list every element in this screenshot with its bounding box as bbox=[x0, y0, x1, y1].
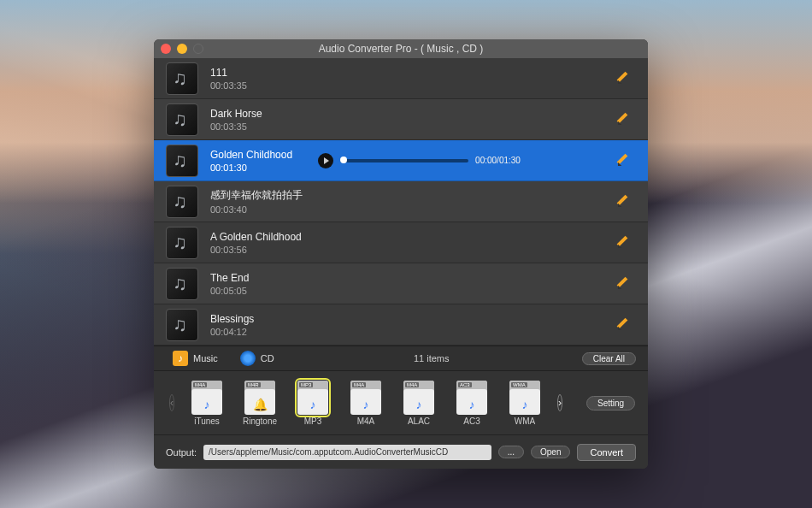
convert-button[interactable]: Convert bbox=[577, 444, 636, 461]
cd-icon bbox=[240, 351, 256, 366]
titlebar: Audio Converter Pro - ( Music , CD ) bbox=[154, 39, 648, 58]
format-option-ac3[interactable]: AC3 ♪ AC3 bbox=[451, 381, 492, 426]
track-name: Golden Childhood bbox=[210, 149, 292, 161]
tab-cd[interactable]: CD bbox=[233, 349, 281, 368]
track-row[interactable]: Golden Childhood 00:01:30 00:00/01:30 bbox=[154, 140, 648, 181]
output-path-field[interactable] bbox=[203, 445, 491, 460]
track-thumbnail bbox=[166, 268, 198, 300]
track-name: The End bbox=[210, 272, 249, 284]
music-note-icon bbox=[173, 192, 191, 211]
close-button[interactable] bbox=[161, 44, 171, 54]
format-badge: M4A bbox=[405, 382, 419, 387]
setting-button[interactable]: Setting bbox=[586, 396, 635, 411]
music-note-icon bbox=[173, 316, 191, 334]
open-button[interactable]: Open bbox=[531, 446, 570, 458]
format-badge: AC3 bbox=[458, 382, 472, 387]
edit-button[interactable] bbox=[615, 276, 631, 292]
track-row[interactable]: 111 00:03:35 bbox=[154, 58, 648, 99]
edit-button[interactable] bbox=[615, 112, 631, 127]
seek-bar[interactable] bbox=[340, 159, 468, 162]
edit-button[interactable] bbox=[615, 235, 631, 251]
format-glyph-icon: ♪ bbox=[204, 398, 210, 411]
window-title: Audio Converter Pro - ( Music , CD ) bbox=[154, 43, 648, 55]
track-thumbnail bbox=[166, 145, 198, 177]
seek-time: 00:00/01:30 bbox=[475, 156, 521, 165]
format-glyph-icon: ♪ bbox=[416, 398, 422, 411]
clear-all-button[interactable]: Clear All bbox=[582, 352, 636, 365]
format-label: WMA bbox=[515, 416, 535, 426]
track-name: A Golden Childhood bbox=[210, 231, 302, 243]
format-option-itunes[interactable]: M4A ♪ iTunes bbox=[186, 381, 227, 426]
play-button[interactable] bbox=[318, 153, 333, 168]
music-note-icon bbox=[173, 69, 191, 88]
format-picker: ‹ M4A ♪ iTunes M4R 🔔 Ringtone MP3 ♪ MP3 … bbox=[154, 371, 648, 434]
track-row[interactable]: 感到幸福你就拍拍手 00:03:40 bbox=[154, 181, 648, 222]
music-note-icon bbox=[173, 233, 191, 252]
track-duration: 00:04:12 bbox=[210, 327, 254, 337]
music-note-icon bbox=[173, 275, 191, 293]
format-file-icon: MP3 ♪ bbox=[297, 381, 328, 415]
format-glyph-icon: ♪ bbox=[310, 398, 316, 411]
track-thumbnail bbox=[166, 62, 198, 95]
track-duration: 00:03:56 bbox=[210, 245, 302, 255]
format-file-icon: WMA ♪ bbox=[509, 381, 540, 415]
edit-button[interactable] bbox=[615, 71, 631, 86]
format-badge: M4R bbox=[246, 382, 261, 387]
track-name: Blessings bbox=[210, 313, 254, 325]
track-row[interactable]: Blessings 00:04:12 bbox=[154, 304, 648, 346]
track-duration: 00:03:40 bbox=[210, 204, 303, 215]
maximize-button[interactable] bbox=[193, 44, 203, 54]
format-glyph-icon: ♪ bbox=[522, 398, 528, 411]
format-label: ALAC bbox=[408, 416, 430, 426]
format-label: Ringtone bbox=[243, 416, 277, 426]
format-file-icon: AC3 ♪ bbox=[456, 381, 487, 415]
track-duration: 00:05:05 bbox=[210, 286, 249, 296]
format-option-mp3[interactable]: MP3 ♪ MP3 bbox=[292, 381, 333, 426]
track-duration: 00:03:35 bbox=[210, 80, 247, 91]
format-file-icon: M4R 🔔 bbox=[244, 381, 275, 415]
format-badge: M4A bbox=[193, 382, 207, 387]
format-badge: MP3 bbox=[299, 382, 313, 387]
music-note-icon bbox=[173, 151, 191, 170]
music-note-icon bbox=[173, 110, 191, 129]
format-option-m4a[interactable]: M4A ♪ M4A bbox=[345, 381, 386, 426]
track-row[interactable]: The End 00:05:05 bbox=[154, 263, 648, 304]
track-thumbnail bbox=[166, 227, 198, 259]
track-name: 111 bbox=[210, 67, 247, 79]
format-file-icon: M4A ♪ bbox=[191, 381, 222, 415]
format-glyph-icon: ♪ bbox=[469, 398, 475, 411]
format-prev-button[interactable]: ‹ bbox=[169, 394, 174, 411]
track-name: 感到幸福你就拍拍手 bbox=[210, 188, 303, 203]
format-label: M4A bbox=[357, 416, 375, 426]
tab-cd-label: CD bbox=[261, 353, 274, 363]
app-window: Audio Converter Pro - ( Music , CD ) 111… bbox=[154, 39, 648, 469]
format-badge: M4A bbox=[352, 382, 366, 387]
source-tabbar: ♪ Music CD 11 items Clear All bbox=[154, 346, 648, 371]
format-label: iTunes bbox=[194, 416, 220, 426]
output-bar: Output: ... Open Convert bbox=[154, 434, 648, 469]
track-duration: 00:01:30 bbox=[210, 162, 292, 173]
track-thumbnail bbox=[166, 103, 198, 136]
track-name: Dark Horse bbox=[210, 108, 262, 120]
track-thumbnail bbox=[166, 309, 198, 341]
track-row[interactable]: Dark Horse 00:03:35 bbox=[154, 99, 648, 140]
format-badge: WMA bbox=[511, 382, 527, 387]
format-option-wma[interactable]: WMA ♪ WMA bbox=[504, 381, 545, 426]
tab-music[interactable]: ♪ Music bbox=[166, 349, 225, 368]
music-icon: ♪ bbox=[173, 351, 188, 366]
format-file-icon: M4A ♪ bbox=[350, 381, 381, 415]
format-label: AC3 bbox=[463, 416, 480, 426]
format-label: MP3 bbox=[304, 416, 322, 426]
format-option-alac[interactable]: M4A ♪ ALAC bbox=[398, 381, 439, 426]
format-option-ringtone[interactable]: M4R 🔔 Ringtone bbox=[239, 381, 280, 426]
item-count: 11 items bbox=[414, 353, 450, 363]
edit-button[interactable] bbox=[615, 317, 631, 333]
track-duration: 00:03:35 bbox=[210, 121, 262, 132]
edit-button[interactable] bbox=[615, 194, 631, 210]
browse-button[interactable]: ... bbox=[498, 446, 524, 458]
minimize-button[interactable] bbox=[177, 44, 187, 54]
format-next-button[interactable]: › bbox=[557, 394, 562, 411]
edit-button[interactable] bbox=[615, 153, 631, 168]
track-thumbnail bbox=[166, 186, 198, 218]
track-row[interactable]: A Golden Childhood 00:03:56 bbox=[154, 222, 648, 263]
